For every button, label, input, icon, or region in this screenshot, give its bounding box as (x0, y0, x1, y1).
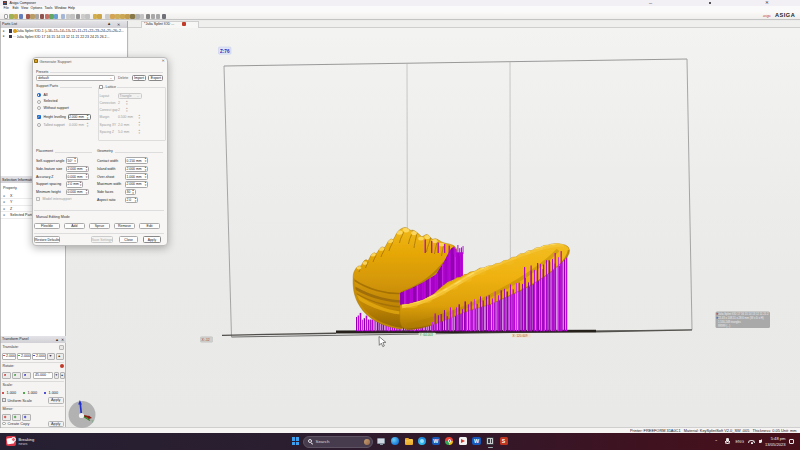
svg-text:Y: 64.003: Y: 64.003 (420, 333, 433, 337)
svg-text:22.43 x 108.51 x 28.6 mm (W x: 22.43 x 108.51 x 28.6 mm (W x D x H) (718, 316, 764, 320)
svg-text:Y: Y (92, 420, 94, 424)
svg-text:1,530,248 triangles: 1,530,248 triangles (718, 320, 742, 324)
svg-text:X:-12: X:-12 (202, 338, 210, 342)
svg-text:X: 120.609: X: 120.609 (513, 334, 528, 338)
svg-text:Julia Splint IOD 17 16 15 14 1: Julia Splint IOD 17 16 15 14 13 12 11 21… (718, 312, 769, 316)
svg-text:Z:76: Z:76 (220, 49, 230, 54)
svg-text:99999 (...): 99999 (...) (718, 324, 730, 328)
